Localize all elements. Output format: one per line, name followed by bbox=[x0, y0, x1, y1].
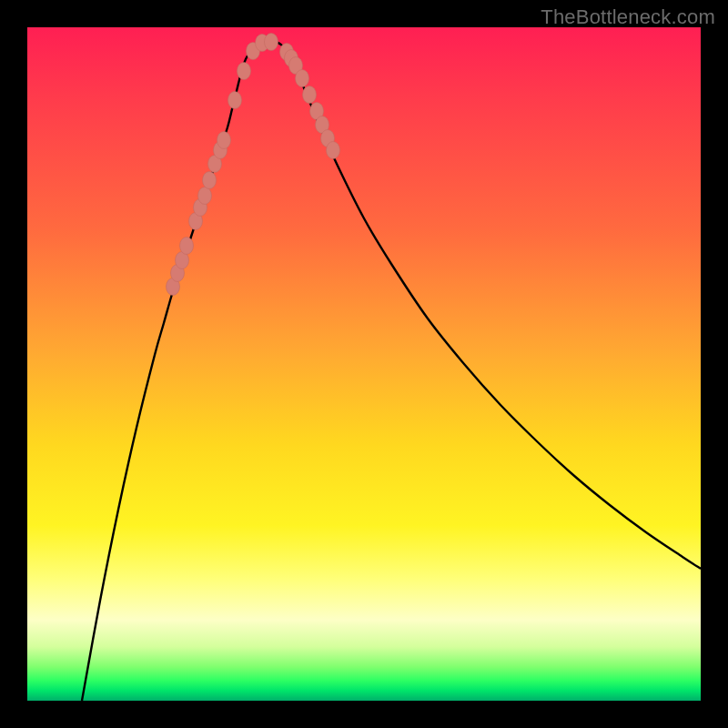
highlight-marker bbox=[180, 238, 194, 255]
marker-group bbox=[167, 34, 340, 296]
curve-svg bbox=[27, 27, 701, 701]
plot-area bbox=[27, 27, 701, 701]
highlight-marker bbox=[238, 63, 251, 80]
chart-frame: TheBottleneck.com bbox=[0, 0, 728, 728]
highlight-marker bbox=[228, 92, 242, 109]
highlight-marker bbox=[303, 86, 317, 104]
highlight-marker bbox=[198, 187, 212, 205]
highlight-marker bbox=[203, 172, 217, 189]
highlight-marker bbox=[327, 142, 340, 159]
highlight-marker bbox=[265, 34, 278, 51]
highlight-marker bbox=[217, 132, 231, 149]
bottleneck-curve bbox=[82, 40, 701, 701]
highlight-marker bbox=[296, 70, 309, 87]
watermark-text: TheBottleneck.com bbox=[541, 5, 715, 29]
